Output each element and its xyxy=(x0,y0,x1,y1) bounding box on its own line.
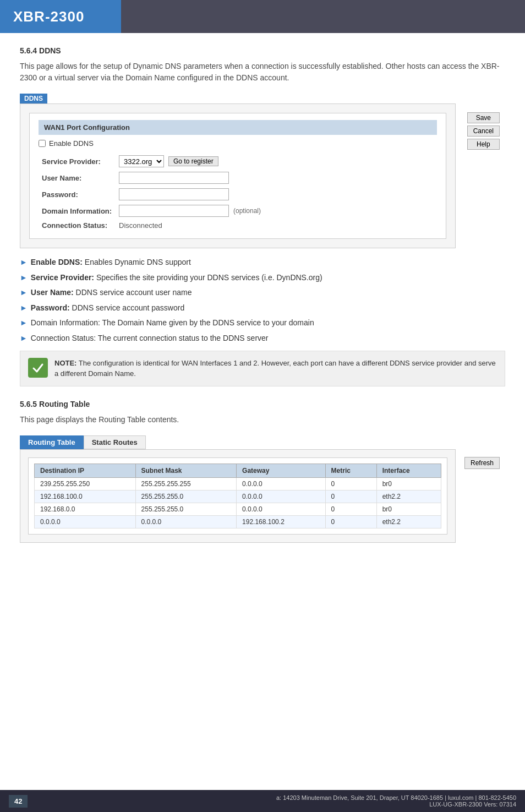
domain-info-row: Domain Information: (optional) xyxy=(39,203,437,219)
footer-text: a: 14203 Minuteman Drive, Suite 201, Dra… xyxy=(276,794,516,808)
cell-subnet: 255.255.255.0 xyxy=(135,503,237,515)
ddns-panel-label-wrap: DDNS xyxy=(20,94,505,103)
wan-config-header: WAN1 Port Configuration xyxy=(39,120,437,135)
connection-status-label: Connection Status: xyxy=(39,219,116,232)
footer-address: a: 14203 Minuteman Drive, Suite 201, Dra… xyxy=(276,794,516,801)
routing-table-head: Destination IP Subnet Mask Gateway Metri… xyxy=(35,464,441,477)
note-checkmark-icon xyxy=(28,358,48,378)
refresh-button[interactable]: Refresh xyxy=(464,457,500,469)
password-label: Password: xyxy=(39,186,116,203)
cell-gateway: 0.0.0.0 xyxy=(237,490,325,503)
bullet-text: User Name: DDNS service account user nam… xyxy=(31,287,192,298)
cell-interface: eth2.2 xyxy=(376,490,441,503)
domain-info-input[interactable] xyxy=(119,205,229,217)
go-to-register-button[interactable]: Go to register xyxy=(168,156,218,166)
footer-version: LUX-UG-XBR-2300 Vers: 07314 xyxy=(276,801,516,808)
password-row: Password: xyxy=(39,186,437,203)
routing-section: 5.6.5 Routing Table This page displays t… xyxy=(20,400,505,543)
password-input[interactable] xyxy=(119,188,229,200)
main-content: 5.6.4 DDNS This page allows for the setu… xyxy=(0,33,525,556)
checkmark-svg xyxy=(32,362,44,374)
wan-config-title: WAN1 Port Configuration xyxy=(44,123,130,132)
cell-subnet: 255.255.255.255 xyxy=(135,477,237,490)
col-destination-ip: Destination IP xyxy=(35,464,136,477)
col-subnet-mask: Subnet Mask xyxy=(135,464,237,477)
cell-dest-ip: 0.0.0.0 xyxy=(35,515,136,528)
logo-bar: XBR-2300 xyxy=(0,0,121,33)
enable-ddns-checkbox[interactable] xyxy=(39,140,46,147)
col-gateway: Gateway xyxy=(237,464,325,477)
routing-table-wrap: Destination IP Subnet Mask Gateway Metri… xyxy=(28,457,447,535)
bullet-arrow-icon: ► xyxy=(20,333,28,344)
page-header: XBR-2300 xyxy=(0,0,525,33)
save-button[interactable]: Save xyxy=(467,112,500,123)
cell-dest-ip: 192.168.0.0 xyxy=(35,503,136,515)
routing-section-desc: This page displays the Routing Table con… xyxy=(20,414,505,426)
service-provider-controls: 3322.org Go to register xyxy=(119,155,434,167)
user-name-input[interactable] xyxy=(119,172,229,184)
page-footer: 42 a: 14203 Minuteman Drive, Suite 201, … xyxy=(0,790,525,812)
table-row: 239.255.255.250 255.255.255.255 0.0.0.0 … xyxy=(35,477,441,490)
routing-panel-wrapper: Destination IP Subnet Mask Gateway Metri… xyxy=(20,449,456,543)
note-text: NOTE: The configuration is identical for… xyxy=(54,358,497,379)
bullet-text: Password: DDNS service account password xyxy=(31,303,184,314)
routing-table-header-row: Destination IP Subnet Mask Gateway Metri… xyxy=(35,464,441,477)
domain-info-controls: (optional) xyxy=(119,205,434,217)
bullet-text: Connection Status: The current connectio… xyxy=(31,333,269,344)
table-row: 192.168.0.0 255.255.255.0 0.0.0.0 0 br0 xyxy=(35,503,441,515)
list-item: ► Service Provider: Specifies the site p… xyxy=(20,273,505,284)
cell-interface: br0 xyxy=(376,477,441,490)
ddns-panel-label: DDNS xyxy=(20,94,47,103)
header-right-bar xyxy=(121,0,525,33)
cell-interface: br0 xyxy=(376,503,441,515)
cell-gateway: 0.0.0.0 xyxy=(237,477,325,490)
bullet-arrow-icon: ► xyxy=(20,318,28,329)
col-metric: Metric xyxy=(325,464,376,477)
ddns-panel-inner: WAN1 Port Configuration Enable DDNS Serv… xyxy=(29,113,446,239)
list-item: ► Enable DDNS: Enables Dynamic DNS suppo… xyxy=(20,257,505,268)
bullet-text: Domain Information: The Domain Name give… xyxy=(31,318,314,329)
user-name-label: User Name: xyxy=(39,170,116,186)
list-item: ► Connection Status: The current connect… xyxy=(20,333,505,344)
list-item: ► User Name: DDNS service account user n… xyxy=(20,287,505,298)
enable-ddns-label: Enable DDNS xyxy=(49,139,94,148)
connection-status-row: Connection Status: Disconnected xyxy=(39,219,437,232)
service-provider-select[interactable]: 3322.org xyxy=(119,155,164,167)
routing-panel: Destination IP Subnet Mask Gateway Metri… xyxy=(20,449,456,543)
optional-label: (optional) xyxy=(233,207,261,215)
routing-section-title: 5.6.5 Routing Table xyxy=(20,400,505,408)
note-prefix: NOTE: xyxy=(54,359,76,367)
note-body: The configuration is identical for WAN I… xyxy=(54,359,496,378)
cell-metric: 0 xyxy=(325,503,376,515)
cell-interface: eth2.2 xyxy=(376,515,441,528)
routing-data-table: Destination IP Subnet Mask Gateway Metri… xyxy=(34,464,441,528)
bullet-arrow-icon: ► xyxy=(20,287,28,298)
tab-static-routes[interactable]: Static Routes xyxy=(84,435,146,449)
table-row: 192.168.100.0 255.255.255.0 0.0.0.0 0 et… xyxy=(35,490,441,503)
tab-routing-table[interactable]: Routing Table xyxy=(20,435,84,449)
cell-metric: 0 xyxy=(325,490,376,503)
cell-gateway: 192.168.100.2 xyxy=(237,515,325,528)
ddns-form-table: Service Provider: 3322.org Go to registe… xyxy=(39,153,437,232)
list-item: ► Domain Information: The Domain Name gi… xyxy=(20,318,505,329)
list-item: ► Password: DDNS service account passwor… xyxy=(20,303,505,314)
bullet-text: Enable DDNS: Enables Dynamic DNS support xyxy=(31,257,191,268)
cell-dest-ip: 192.168.100.0 xyxy=(35,490,136,503)
note-box: NOTE: The configuration is identical for… xyxy=(20,351,505,386)
page-number: 42 xyxy=(9,795,28,808)
domain-info-label: Domain Information: xyxy=(39,203,116,219)
help-button[interactable]: Help xyxy=(467,139,500,150)
refresh-btn-wrap: Refresh xyxy=(464,457,500,469)
bullet-arrow-icon: ► xyxy=(20,257,28,268)
bullet-arrow-icon: ► xyxy=(20,303,28,314)
cell-subnet: 255.255.255.0 xyxy=(135,490,237,503)
col-interface: Interface xyxy=(376,464,441,477)
connection-status-value: Disconnected xyxy=(119,221,162,230)
cell-subnet: 0.0.0.0 xyxy=(135,515,237,528)
enable-ddns-row[interactable]: Enable DDNS xyxy=(39,139,437,148)
cell-metric: 0 xyxy=(325,515,376,528)
routing-table-body: 239.255.255.250 255.255.255.255 0.0.0.0 … xyxy=(35,477,441,528)
routing-tabs: Routing Table Static Routes xyxy=(20,435,505,449)
bullet-text: Service Provider: Specifies the site pro… xyxy=(31,273,322,284)
cancel-button[interactable]: Cancel xyxy=(467,126,500,137)
